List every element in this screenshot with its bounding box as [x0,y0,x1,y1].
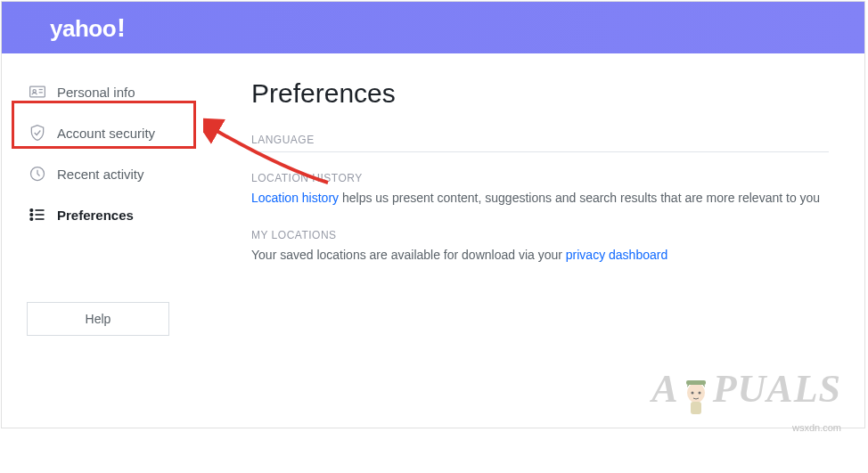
svg-point-6 [30,214,33,216]
svg-point-1 [33,90,36,93]
id-card-icon [29,83,57,101]
sidebar-item-account-security[interactable]: Account security [20,112,209,153]
logo-bang: ! [117,12,126,43]
help-label: Help [86,312,111,326]
site-watermark: wsxdn.com [792,422,841,433]
svg-point-12 [687,383,705,403]
sidebar-item-label: Account security [57,126,155,141]
sidebar-item-personal-info[interactable]: Personal info [20,71,209,112]
mascot-icon [679,377,713,420]
mylocations-desc: Your saved locations are available for d… [251,248,566,262]
svg-rect-0 [30,86,45,97]
mylocations-text: Your saved locations are available for d… [251,247,829,265]
sidebar-item-recent-activity[interactable]: Recent activity [20,153,209,194]
shield-check-icon [29,124,57,142]
svg-point-7 [30,218,33,221]
page-title: Preferences [251,78,829,109]
svg-point-15 [698,392,700,395]
watermark: APUALS [651,366,841,420]
header: yahoo ! [2,2,864,53]
sidebar-item-label: Personal info [57,85,135,100]
logo-text: yahoo [50,15,116,43]
sidebar-item-preferences[interactable]: Preferences [20,194,209,235]
list-icon [29,206,57,224]
sidebar-item-label: Preferences [57,208,134,223]
sidebar-item-label: Recent activity [57,167,144,182]
clock-icon [29,165,57,183]
svg-rect-13 [686,380,706,385]
svg-point-14 [691,392,693,395]
yahoo-logo[interactable]: yahoo ! [50,12,126,43]
section-mylocations-label: MY LOCATIONS [251,229,829,241]
location-history-desc: helps us present content, suggestions an… [339,191,820,205]
annotation-arrow [203,116,341,187]
svg-point-5 [30,209,33,212]
svg-rect-16 [691,402,701,414]
location-history-text: Location history helps us present conten… [251,190,829,208]
sidebar: Personal info Account security Recent ac… [2,53,226,428]
location-history-link[interactable]: Location history [251,191,339,205]
help-button[interactable]: Help [27,302,169,336]
privacy-dashboard-link[interactable]: privacy dashboard [566,248,667,262]
